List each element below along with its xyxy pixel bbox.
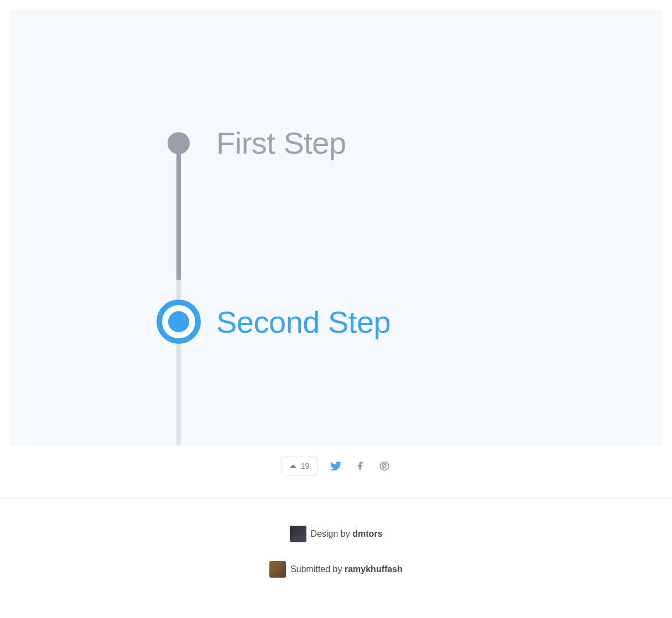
step-marker-1: [157, 132, 201, 154]
actions-bar: 19: [0, 457, 672, 498]
submitted-author-link[interactable]: ramykhuffash: [345, 564, 403, 574]
timeline: First Step Second Step: [157, 125, 346, 161]
design-canvas: First Step Second Step: [10, 10, 662, 446]
step-row-2: Second Step: [157, 300, 390, 344]
credits-section: Design by dmtors Submitted by ramykhuffa…: [0, 526, 672, 578]
caret-up-icon: [290, 464, 296, 468]
facebook-icon[interactable]: [354, 460, 366, 472]
dot-icon: [168, 132, 190, 154]
design-by-prefix: Design by: [311, 529, 353, 538]
twitter-icon[interactable]: [330, 460, 342, 472]
step-row-1: First Step: [157, 125, 346, 161]
credit-design: Design by dmtors: [290, 526, 383, 542]
design-author-link[interactable]: dmtors: [352, 529, 382, 538]
svg-point-0: [381, 462, 389, 470]
avatar: [269, 561, 286, 578]
connector-segment-pending-lower: [176, 341, 181, 446]
step-marker-2: [157, 300, 201, 344]
step-label-2: Second Step: [216, 304, 390, 340]
ring-dot-inner-icon: [168, 311, 189, 332]
ring-dot-icon: [157, 300, 201, 344]
connector-segment-done: [176, 146, 181, 280]
upvote-count: 19: [301, 462, 310, 470]
upvote-button[interactable]: 19: [282, 457, 318, 475]
credit-submitted: Submitted by ramykhuffash: [269, 561, 403, 578]
pinterest-icon[interactable]: [378, 460, 390, 472]
step-label-1: First Step: [216, 125, 346, 161]
avatar: [290, 526, 306, 542]
submitted-by-prefix: Submitted by: [290, 564, 345, 574]
